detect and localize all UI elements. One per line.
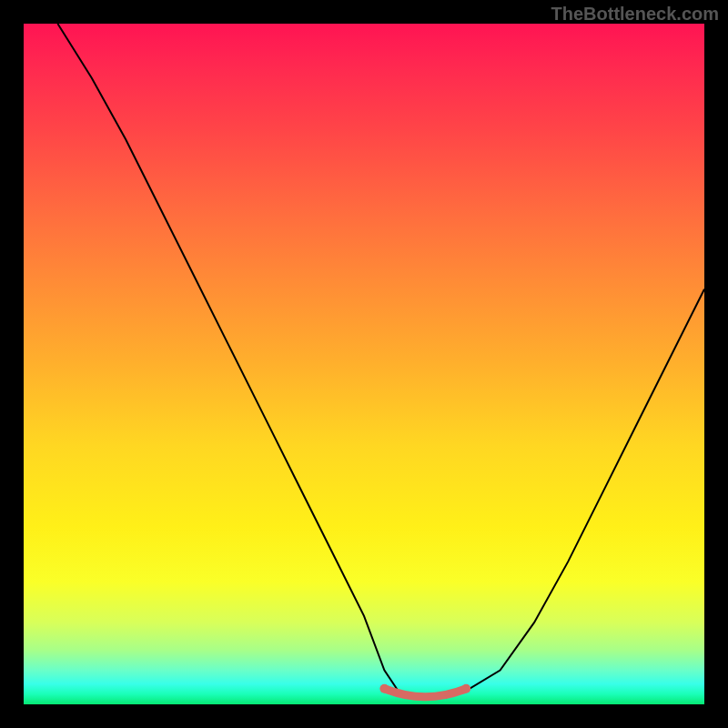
chart-trough-dot-right bbox=[461, 684, 470, 693]
chart-trough-dot-left bbox=[379, 684, 389, 693]
chart-trough-marker bbox=[384, 689, 466, 697]
chart-curve-svg bbox=[24, 24, 704, 704]
watermark-text: TheBottleneck.com bbox=[551, 4, 719, 25]
chart-line-path bbox=[57, 24, 704, 698]
chart-plot-area bbox=[24, 24, 704, 704]
